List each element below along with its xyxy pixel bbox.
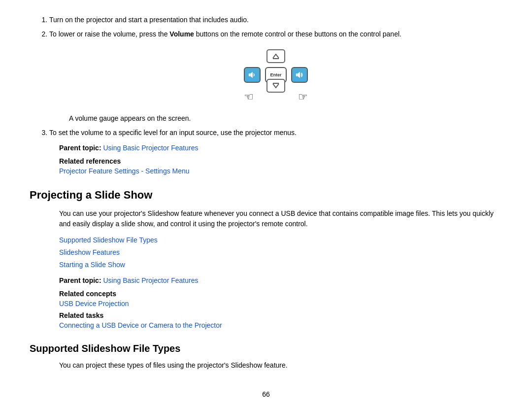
svg-marker-4 xyxy=(298,72,299,78)
arrow-down-icon xyxy=(271,82,280,89)
vol-down-button xyxy=(244,67,261,83)
section-parent-topic-line: Parent topic: Using Basic Projector Feat… xyxy=(59,275,502,286)
list-item-1-text: Turn on the projector and start a presen… xyxy=(49,16,249,24)
subsection-body: You can project these types of files usi… xyxy=(59,360,502,371)
related-concepts-link[interactable]: USB Device Projection xyxy=(59,300,129,308)
section-parent-topic-section: Parent topic: Using Basic Projector Feat… xyxy=(59,275,502,329)
parent-topic-label: Parent topic: xyxy=(59,144,101,152)
svg-marker-2 xyxy=(250,72,252,78)
list-item-2: To lower or raise the volume, press the … xyxy=(49,29,502,39)
arrow-up-icon xyxy=(271,53,280,60)
main-section-heading: Projecting a Slide Show xyxy=(30,189,502,202)
related-tasks-link-wrapper: Connecting a USB Device or Camera to the… xyxy=(59,321,502,329)
related-tasks-link[interactable]: Connecting a USB Device or Camera to the… xyxy=(59,321,222,329)
list-item-2-bold: Volume xyxy=(169,30,194,38)
related-concepts-header: Related concepts xyxy=(59,290,502,298)
section-link-slide-show[interactable]: Starting a Slide Show xyxy=(59,259,502,271)
related-tasks-header: Related tasks xyxy=(59,311,502,319)
section-links-block: Supported Slideshow File Types Slideshow… xyxy=(59,234,502,272)
related-references-link[interactable]: Projector Feature Settings - Settings Me… xyxy=(59,167,190,175)
list-item-1: Turn on the projector and start a presen… xyxy=(49,15,502,25)
list-item-2-text-before: To lower or raise the volume, press the xyxy=(49,30,169,38)
list-item-3: To set the volume to a specific level fo… xyxy=(49,128,502,138)
related-references-header: Related references xyxy=(59,157,502,165)
vol-down-icon xyxy=(248,71,256,79)
list-item-2-text-after: buttons on the remote control or these b… xyxy=(194,30,401,38)
vol-up-icon xyxy=(296,71,303,79)
top-button xyxy=(266,49,285,63)
section-parent-topic-link[interactable]: Using Basic Projector Features xyxy=(103,276,198,284)
svg-rect-3 xyxy=(296,73,298,76)
intro-list: Turn on the projector and start a presen… xyxy=(49,15,502,39)
step3-list: To set the volume to a specific level fo… xyxy=(49,128,502,138)
section-link-features[interactable]: Slideshow Features xyxy=(59,246,502,259)
subsection-heading: Supported Slideshow File Types xyxy=(30,343,502,354)
parent-topic-line: Parent topic: Using Basic Projector Feat… xyxy=(59,143,502,153)
related-references-link-wrapper: Projector Feature Settings - Settings Me… xyxy=(59,167,502,175)
page-number: 66 xyxy=(30,390,502,398)
section-parent-topic-label: Parent topic: xyxy=(59,276,101,284)
finger-left-icon: ☞ xyxy=(244,91,254,103)
svg-rect-1 xyxy=(249,73,251,76)
section-link-file-types[interactable]: Supported Slideshow File Types xyxy=(59,234,502,246)
control-diagram: Enter xyxy=(49,49,502,103)
finger-right-icon: ☞ xyxy=(298,91,308,103)
parent-topic-section: Parent topic: Using Basic Projector Feat… xyxy=(59,143,502,175)
enter-label: Enter xyxy=(270,72,281,77)
volume-gauge-text: A volume gauge appears on the screen. xyxy=(69,113,502,124)
step3-text: To set the volume to a specific level fo… xyxy=(49,129,297,137)
vol-up-button xyxy=(291,67,308,83)
main-section-body: You can use your projector's Slideshow f… xyxy=(59,208,502,229)
related-concepts-link-wrapper: USB Device Projection xyxy=(59,300,502,308)
diagram-inner: Enter xyxy=(244,49,308,103)
bottom-button xyxy=(266,79,285,93)
page-container: Turn on the projector and start a presen… xyxy=(0,0,532,411)
parent-topic-link[interactable]: Using Basic Projector Features xyxy=(103,144,198,152)
